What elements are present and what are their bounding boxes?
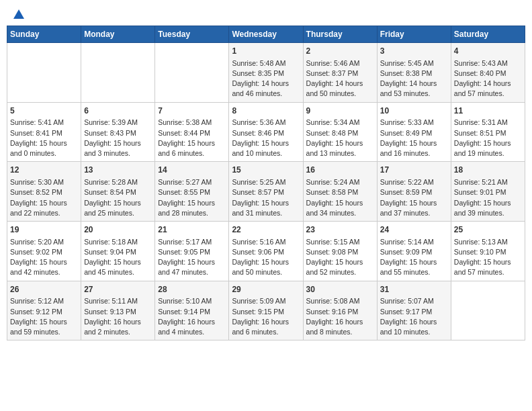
calendar-cell: 23Sunrise: 5:15 AM Sunset: 9:08 PM Dayli… <box>303 222 377 281</box>
day-info: Sunrise: 5:13 AM Sunset: 9:10 PM Dayligh… <box>454 237 522 278</box>
calendar-cell: 27Sunrise: 5:11 AM Sunset: 9:13 PM Dayli… <box>81 281 155 340</box>
calendar-cell: 29Sunrise: 5:09 AM Sunset: 9:15 PM Dayli… <box>229 281 303 340</box>
logo <box>12 9 24 19</box>
day-info: Sunrise: 5:21 AM Sunset: 9:01 PM Dayligh… <box>454 177 522 218</box>
day-info: Sunrise: 5:18 AM Sunset: 9:04 PM Dayligh… <box>84 237 152 278</box>
day-number: 3 <box>380 46 448 57</box>
day-info: Sunrise: 5:15 AM Sunset: 9:08 PM Dayligh… <box>306 237 374 278</box>
calendar-cell: 10Sunrise: 5:33 AM Sunset: 8:49 PM Dayli… <box>377 102 451 162</box>
day-info: Sunrise: 5:12 AM Sunset: 9:12 PM Dayligh… <box>10 296 78 337</box>
day-info: Sunrise: 5:48 AM Sunset: 8:35 PM Dayligh… <box>232 58 300 99</box>
day-info: Sunrise: 5:43 AM Sunset: 8:40 PM Dayligh… <box>454 58 522 99</box>
day-number: 21 <box>158 224 226 236</box>
day-number: 29 <box>232 284 300 295</box>
day-number: 22 <box>232 224 300 236</box>
day-info: Sunrise: 5:46 AM Sunset: 8:37 PM Dayligh… <box>306 58 374 99</box>
calendar-cell: 4Sunrise: 5:43 AM Sunset: 8:40 PM Daylig… <box>451 43 525 103</box>
day-number: 10 <box>380 105 448 117</box>
day-number: 13 <box>84 165 152 176</box>
day-info: Sunrise: 5:28 AM Sunset: 8:54 PM Dayligh… <box>84 177 152 218</box>
day-number: 12 <box>10 165 78 176</box>
day-number: 20 <box>84 224 152 236</box>
day-number: 25 <box>454 224 522 236</box>
day-number: 31 <box>380 284 448 295</box>
calendar-cell: 28Sunrise: 5:10 AM Sunset: 9:14 PM Dayli… <box>155 281 229 340</box>
calendar-cell: 21Sunrise: 5:17 AM Sunset: 9:05 PM Dayli… <box>155 222 229 281</box>
calendar-week-row: 19Sunrise: 5:20 AM Sunset: 9:02 PM Dayli… <box>7 222 525 281</box>
calendar-cell: 11Sunrise: 5:31 AM Sunset: 8:51 PM Dayli… <box>451 102 525 162</box>
day-info: Sunrise: 5:30 AM Sunset: 8:52 PM Dayligh… <box>10 177 78 218</box>
calendar-cell: 2Sunrise: 5:46 AM Sunset: 8:37 PM Daylig… <box>303 43 377 103</box>
day-info: Sunrise: 5:20 AM Sunset: 9:02 PM Dayligh… <box>10 237 78 278</box>
day-info: Sunrise: 5:07 AM Sunset: 9:17 PM Dayligh… <box>380 296 448 337</box>
day-header-monday: Monday <box>81 26 155 43</box>
calendar-cell: 17Sunrise: 5:22 AM Sunset: 8:59 PM Dayli… <box>377 162 451 222</box>
day-header-wednesday: Wednesday <box>229 26 303 43</box>
calendar-cell: 20Sunrise: 5:18 AM Sunset: 9:04 PM Dayli… <box>81 222 155 281</box>
day-info: Sunrise: 5:36 AM Sunset: 8:46 PM Dayligh… <box>232 118 300 158</box>
day-number: 15 <box>232 165 300 176</box>
calendar-cell: 16Sunrise: 5:24 AM Sunset: 8:58 PM Dayli… <box>303 162 377 222</box>
calendar-table: SundayMondayTuesdayWednesdayThursdayFrid… <box>7 26 525 340</box>
day-header-friday: Friday <box>377 26 451 43</box>
calendar-cell: 3Sunrise: 5:45 AM Sunset: 8:38 PM Daylig… <box>377 43 451 103</box>
calendar-cell: 30Sunrise: 5:08 AM Sunset: 9:16 PM Dayli… <box>303 281 377 340</box>
calendar-cell: 15Sunrise: 5:25 AM Sunset: 8:57 PM Dayli… <box>229 162 303 222</box>
calendar-cell <box>155 43 229 103</box>
logo-triangle-icon <box>13 9 24 19</box>
calendar-cell <box>81 43 155 103</box>
day-number: 8 <box>232 105 300 117</box>
day-number: 2 <box>306 46 374 57</box>
calendar-week-row: 26Sunrise: 5:12 AM Sunset: 9:12 PM Dayli… <box>7 281 525 340</box>
day-info: Sunrise: 5:24 AM Sunset: 8:58 PM Dayligh… <box>306 177 374 218</box>
calendar-cell <box>7 43 81 103</box>
day-info: Sunrise: 5:08 AM Sunset: 9:16 PM Dayligh… <box>306 296 374 337</box>
calendar-cell: 24Sunrise: 5:14 AM Sunset: 9:09 PM Dayli… <box>377 222 451 281</box>
day-number: 18 <box>454 165 522 176</box>
calendar-cell: 31Sunrise: 5:07 AM Sunset: 9:17 PM Dayli… <box>377 281 451 340</box>
day-info: Sunrise: 5:14 AM Sunset: 9:09 PM Dayligh… <box>380 237 448 278</box>
calendar-cell: 1Sunrise: 5:48 AM Sunset: 8:35 PM Daylig… <box>229 43 303 103</box>
day-info: Sunrise: 5:31 AM Sunset: 8:51 PM Dayligh… <box>454 118 522 158</box>
day-info: Sunrise: 5:34 AM Sunset: 8:48 PM Dayligh… <box>306 118 374 158</box>
day-number: 4 <box>454 46 522 57</box>
day-info: Sunrise: 5:45 AM Sunset: 8:38 PM Dayligh… <box>380 58 448 99</box>
day-info: Sunrise: 5:11 AM Sunset: 9:13 PM Dayligh… <box>84 296 152 337</box>
day-header-saturday: Saturday <box>451 26 525 43</box>
day-header-thursday: Thursday <box>303 26 377 43</box>
calendar-cell: 7Sunrise: 5:38 AM Sunset: 8:44 PM Daylig… <box>155 102 229 162</box>
day-info: Sunrise: 5:25 AM Sunset: 8:57 PM Dayligh… <box>232 177 300 218</box>
day-info: Sunrise: 5:41 AM Sunset: 8:41 PM Dayligh… <box>10 118 78 158</box>
day-number: 26 <box>10 284 78 295</box>
day-number: 30 <box>306 284 374 295</box>
day-number: 6 <box>84 105 152 117</box>
calendar-week-row: 12Sunrise: 5:30 AM Sunset: 8:52 PM Dayli… <box>7 162 525 222</box>
day-info: Sunrise: 5:10 AM Sunset: 9:14 PM Dayligh… <box>158 296 226 337</box>
day-number: 27 <box>84 284 152 295</box>
day-info: Sunrise: 5:33 AM Sunset: 8:49 PM Dayligh… <box>380 118 448 158</box>
day-info: Sunrise: 5:27 AM Sunset: 8:55 PM Dayligh… <box>158 177 226 218</box>
calendar-cell <box>451 281 525 340</box>
calendar-cell: 12Sunrise: 5:30 AM Sunset: 8:52 PM Dayli… <box>7 162 81 222</box>
day-info: Sunrise: 5:09 AM Sunset: 9:15 PM Dayligh… <box>232 296 300 337</box>
day-number: 9 <box>306 105 374 117</box>
calendar-cell: 13Sunrise: 5:28 AM Sunset: 8:54 PM Dayli… <box>81 162 155 222</box>
calendar-cell: 8Sunrise: 5:36 AM Sunset: 8:46 PM Daylig… <box>229 102 303 162</box>
calendar-cell: 26Sunrise: 5:12 AM Sunset: 9:12 PM Dayli… <box>7 281 81 340</box>
calendar-cell: 9Sunrise: 5:34 AM Sunset: 8:48 PM Daylig… <box>303 102 377 162</box>
calendar-cell: 6Sunrise: 5:39 AM Sunset: 8:43 PM Daylig… <box>81 102 155 162</box>
day-number: 24 <box>380 224 448 236</box>
day-info: Sunrise: 5:17 AM Sunset: 9:05 PM Dayligh… <box>158 237 226 278</box>
calendar-cell: 19Sunrise: 5:20 AM Sunset: 9:02 PM Dayli… <box>7 222 81 281</box>
day-number: 11 <box>454 105 522 117</box>
calendar-cell: 14Sunrise: 5:27 AM Sunset: 8:55 PM Dayli… <box>155 162 229 222</box>
page-header <box>7 7 525 21</box>
calendar-header-row: SundayMondayTuesdayWednesdayThursdayFrid… <box>7 26 525 43</box>
day-number: 17 <box>380 165 448 176</box>
day-header-tuesday: Tuesday <box>155 26 229 43</box>
day-number: 16 <box>306 165 374 176</box>
day-number: 23 <box>306 224 374 236</box>
day-number: 19 <box>10 224 78 236</box>
calendar-cell: 5Sunrise: 5:41 AM Sunset: 8:41 PM Daylig… <box>7 102 81 162</box>
day-info: Sunrise: 5:38 AM Sunset: 8:44 PM Dayligh… <box>158 118 226 158</box>
